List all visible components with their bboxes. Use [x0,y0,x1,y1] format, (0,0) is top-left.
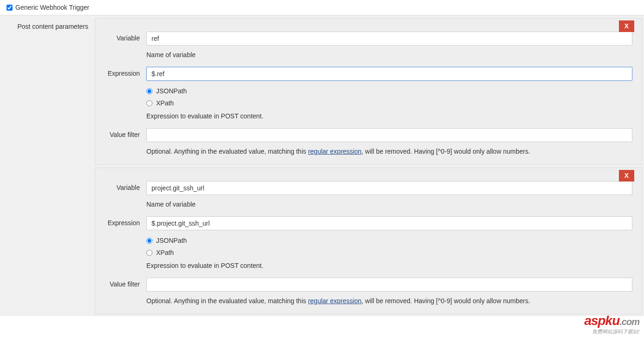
expression-label: Expression [105,216,146,227]
trigger-label: Generic Webhook Trigger [15,4,89,11]
expression-help: Expression to evaluate in POST content. [146,262,632,269]
variable-help: Name of variable [146,51,632,58]
xpath-option[interactable]: XPath [146,99,632,107]
variable-label: Variable [105,181,146,191]
jsonpath-label: JSONPath [156,237,187,244]
variable-help: Name of variable [146,201,632,208]
value-filter-label: Value filter [105,278,146,288]
value-filter-input[interactable] [146,278,632,292]
trigger-header: Generic Webhook Trigger [0,0,644,15]
variable-input[interactable] [146,32,632,46]
delete-button[interactable]: X [619,170,634,182]
regex-link[interactable]: regular expression [308,297,361,305]
regex-link[interactable]: regular expression [308,148,361,155]
expression-label: Expression [105,67,146,77]
jsonpath-radio[interactable] [146,88,152,94]
params-container: X Variable Name of variable Expression J… [93,15,644,316]
jsonpath-option[interactable]: JSONPath [146,87,632,95]
xpath-radio[interactable] [146,100,152,106]
delete-button[interactable]: X [619,20,634,32]
xpath-option[interactable]: XPath [146,249,632,256]
value-filter-label: Value filter [105,128,146,138]
jsonpath-radio[interactable] [146,238,152,244]
value-filter-help: Optional. Anything in the evaluated valu… [146,297,632,305]
expression-input[interactable] [146,216,632,230]
variable-label: Variable [105,32,146,42]
xpath-label: XPath [156,99,174,107]
trigger-checkbox[interactable] [7,5,13,11]
param-block: X Variable Name of variable Expression J… [95,168,642,314]
xpath-label: XPath [156,249,174,256]
value-filter-help: Optional. Anything in the evaluated valu… [146,148,632,155]
jsonpath-option[interactable]: JSONPath [146,237,632,244]
variable-input[interactable] [146,181,632,195]
expression-help: Expression to evaluate in POST content. [146,112,632,120]
value-filter-input[interactable] [146,128,632,142]
expression-input[interactable] [146,67,632,81]
param-block: X Variable Name of variable Expression J… [95,18,642,165]
main-container: Post content parameters X Variable Name … [0,15,644,316]
section-label: Post content parameters [0,15,93,316]
xpath-radio[interactable] [146,250,152,256]
jsonpath-label: JSONPath [156,87,187,95]
